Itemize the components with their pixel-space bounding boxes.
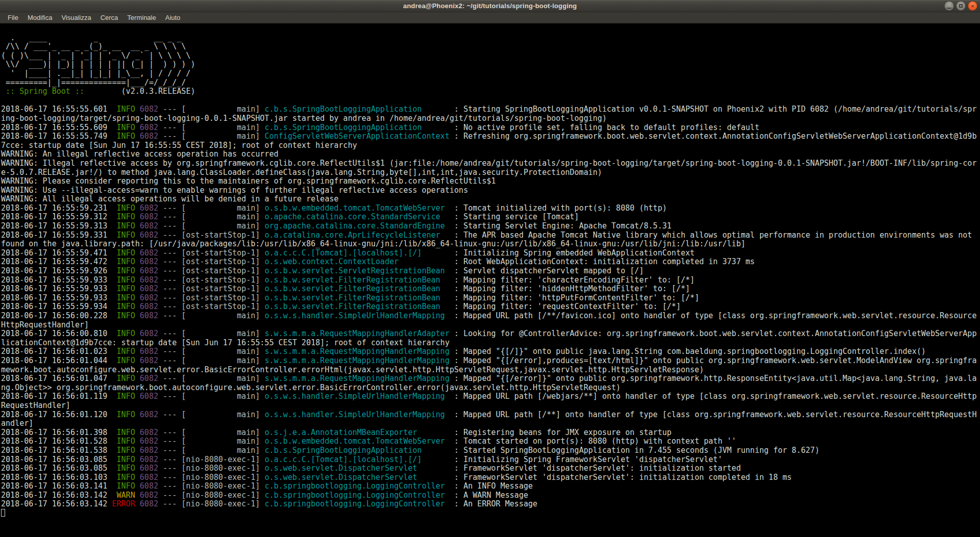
log-line: 2018-06-17 16:56:00.228 INFO 6082 --- [ … bbox=[1, 312, 980, 329]
console-warning-line: WARNING: An illegal reflective access op… bbox=[1, 150, 980, 159]
log-line: 2018-06-17 16:55:55.749 INFO 6082 --- [ … bbox=[1, 132, 980, 150]
log-line: 2018-06-17 16:55:59.331 INFO 6082 --- [o… bbox=[1, 231, 980, 249]
log-line: 2018-06-17 16:55:59.313 INFO 6082 --- [ … bbox=[1, 222, 980, 231]
banner-art-line: . ____ _ __ _ _ bbox=[1, 34, 980, 43]
menubar: FileModificaVisualizzaCercaTerminaleAiut… bbox=[0, 12, 980, 23]
blank-line bbox=[1, 24, 980, 34]
log-line: 2018-06-17 16:56:03.141 INFO 6082 --- [n… bbox=[1, 482, 980, 491]
minimize-icon bbox=[945, 2, 953, 10]
log-line: 2018-06-17 16:56:01.538 INFO 6082 --- [ … bbox=[1, 446, 980, 455]
log-line: 2018-06-17 16:56:03.142 ERROR 6082 --- [… bbox=[1, 500, 980, 509]
menu-item-visualizza[interactable]: Visualizza bbox=[57, 12, 95, 23]
titlebar[interactable]: andrea@Phoenix2: ~/git/tutorials/spring-… bbox=[0, 0, 980, 12]
console-warning-line: WARNING: Illegal reflective access by or… bbox=[1, 159, 980, 177]
log-line: 2018-06-17 16:56:03.085 INFO 6082 --- [n… bbox=[1, 455, 980, 465]
minimize-button[interactable] bbox=[944, 1, 954, 11]
menu-item-aiuto[interactable]: Aiuto bbox=[161, 12, 185, 23]
log-line: 2018-06-17 16:55:59.472 INFO 6082 --- [o… bbox=[1, 258, 980, 267]
banner-art-line: /\\ / ___'_ __ _ _(_)_ __ __ _ \ \ \ \ bbox=[1, 42, 980, 52]
blank-line bbox=[1, 96, 980, 106]
log-line: 2018-06-17 16:56:03.085 INFO 6082 --- [n… bbox=[1, 464, 980, 473]
banner-art-line: \\/ ___)| |_)| | | | | || (_| | ) ) ) ) bbox=[1, 60, 980, 69]
log-line: 2018-06-17 16:56:01.528 INFO 6082 --- [ … bbox=[1, 437, 980, 446]
window-title: andrea@Phoenix2: ~/git/tutorials/spring-… bbox=[0, 0, 980, 12]
log-line: 2018-06-17 16:55:59.231 INFO 6082 --- [ … bbox=[1, 204, 980, 213]
menu-item-file[interactable]: File bbox=[3, 12, 23, 23]
log-line: 2018-06-17 16:56:01.398 INFO 6082 --- [ … bbox=[1, 428, 980, 438]
log-line: 2018-06-17 16:55:59.934 INFO 6082 --- [o… bbox=[1, 302, 980, 312]
log-line: 2018-06-17 16:55:59.471 INFO 6082 --- [o… bbox=[1, 249, 980, 258]
terminal-screen[interactable]: . ____ _ __ _ _ /\\ / ___'_ __ _ _(_)_ _… bbox=[0, 23, 980, 537]
log-line: 2018-06-17 16:56:01.044 INFO 6082 --- [ … bbox=[1, 356, 980, 374]
log-line: 2018-06-17 16:55:59.312 INFO 6082 --- [ … bbox=[1, 213, 980, 222]
close-icon: ✕ bbox=[968, 2, 977, 10]
console-warning-line: WARNING: Use --illegal-access=warn to en… bbox=[1, 186, 980, 195]
log-line: 2018-06-17 16:55:59.933 INFO 6082 --- [o… bbox=[1, 294, 980, 303]
close-button[interactable]: ✕ bbox=[968, 1, 977, 11]
log-line: 2018-06-17 16:55:59.933 INFO 6082 --- [o… bbox=[1, 276, 980, 285]
cursor-row bbox=[1, 509, 980, 518]
banner-art-line: =========|_|==============|___/=/_/_/_/ bbox=[1, 79, 980, 88]
terminal-window: andrea@Phoenix2: ~/git/tutorials/spring-… bbox=[0, 0, 980, 537]
banner-tagline: :: Spring Boot :: (v2.0.3.RELEASE) bbox=[1, 87, 980, 96]
log-line: 2018-06-17 16:56:00.810 INFO 6082 --- [ … bbox=[1, 329, 980, 347]
terminal-cursor bbox=[1, 509, 5, 517]
log-line: 2018-06-17 16:55:59.926 INFO 6082 --- [o… bbox=[1, 267, 980, 276]
log-line: 2018-06-17 16:56:01.120 INFO 6082 --- [ … bbox=[1, 411, 980, 428]
window-controls: ✕ bbox=[944, 1, 977, 11]
log-line: 2018-06-17 16:56:01.047 INFO 6082 --- [ … bbox=[1, 374, 980, 392]
terminal-output: . ____ _ __ _ _ /\\ / ___'_ __ _ _(_)_ _… bbox=[1, 24, 980, 518]
menu-item-cerca[interactable]: Cerca bbox=[96, 12, 123, 23]
log-line: 2018-06-17 16:55:55.609 INFO 6082 --- [ … bbox=[1, 123, 980, 133]
banner-art-line: ' |____| .__|_| |_|_| |_\__, | / / / / bbox=[1, 69, 980, 79]
log-line: 2018-06-17 16:56:03.142 WARN 6082 --- [n… bbox=[1, 491, 980, 500]
maximize-icon bbox=[957, 2, 965, 10]
log-line: 2018-06-17 16:55:59.933 INFO 6082 --- [o… bbox=[1, 285, 980, 294]
menu-item-terminale[interactable]: Terminale bbox=[122, 12, 160, 23]
banner-art-line: ( ( )\___ | '_ | '_| | '_ \/ _` | \ \ \ … bbox=[1, 52, 980, 61]
log-line: 2018-06-17 16:56:01.119 INFO 6082 --- [ … bbox=[1, 392, 980, 410]
maximize-button[interactable] bbox=[956, 1, 966, 11]
log-line: 2018-06-17 16:56:03.103 INFO 6082 --- [n… bbox=[1, 473, 980, 482]
log-line: 2018-06-17 16:55:55.601 INFO 6082 --- [ … bbox=[1, 105, 980, 123]
menu-item-modifica[interactable]: Modifica bbox=[23, 12, 57, 23]
log-line: 2018-06-17 16:56:01.023 INFO 6082 --- [ … bbox=[1, 347, 980, 356]
console-warning-line: WARNING: Please consider reporting this … bbox=[1, 177, 980, 186]
console-warning-line: WARNING: All illegal access operations w… bbox=[1, 195, 980, 204]
